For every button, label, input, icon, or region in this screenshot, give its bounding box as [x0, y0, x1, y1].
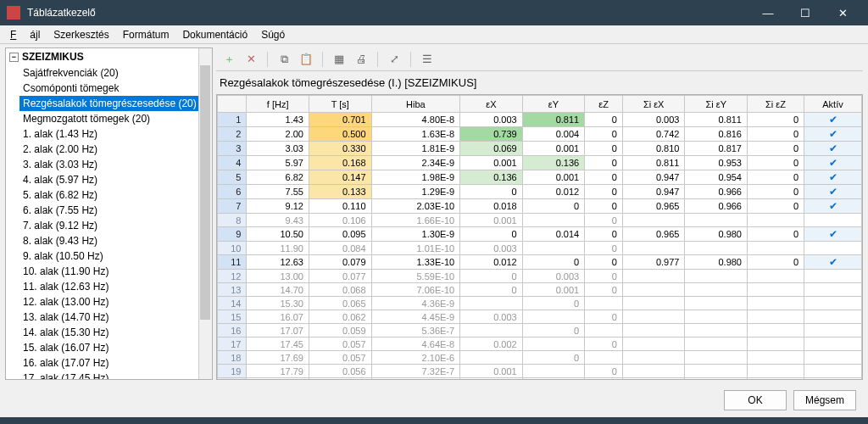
active-check[interactable]: ✔ [804, 185, 862, 199]
tree-item[interactable]: 12. alak (13.00 Hz) [19, 294, 212, 310]
tree-item[interactable]: 11. alak (12.63 Hz) [19, 279, 212, 294]
column-header[interactable]: Σi εX [622, 96, 685, 113]
menu-file[interactable]: Fájl [3, 26, 47, 43]
table-row[interactable]: 11.430.7014.80E-80.0030.81100.0030.8110✔ [218, 113, 862, 127]
scroll-thumb[interactable] [200, 65, 210, 320]
table-row[interactable]: 1314.700.0687.06E-1000.0010 [218, 283, 862, 297]
table-row[interactable]: 79.120.1102.03E-100.018000.9650.9660✔ [218, 199, 862, 214]
delete-button[interactable]: ✕ [242, 50, 260, 69]
tree-item[interactable]: Rezgésalakok tömegrészesedése (20) [19, 96, 212, 111]
active-check[interactable]: ✔ [804, 255, 862, 270]
tree-item[interactable]: 4. alak (5.97 Hz) [19, 172, 212, 187]
active-check[interactable] [804, 338, 862, 351]
table-row[interactable]: 1415.300.0654.36E-90 [218, 297, 862, 310]
active-check[interactable] [804, 270, 862, 283]
settings-button[interactable]: ☰ [418, 50, 437, 69]
columns-button[interactable]: ▦ [330, 50, 348, 69]
tree-item[interactable]: 17. alak (17.45 Hz) [19, 371, 212, 380]
table-row[interactable]: 33.030.3301.81E-90.0690.00100.8100.8170✔ [218, 142, 862, 156]
menu-bar: Fájl Szerkesztés Formátum Dokumentáció S… [0, 25, 868, 44]
column-header[interactable]: εY [522, 96, 585, 113]
table-row[interactable]: 910.500.0951.30E-900.01400.9650.9800✔ [218, 227, 862, 242]
active-check[interactable] [804, 297, 862, 310]
dialog-buttons: OK Mégsem [0, 383, 868, 417]
tree-item[interactable]: 10. alak (11.90 Hz) [19, 264, 212, 279]
fit-button[interactable]: ⤢ [385, 50, 403, 69]
menu-help[interactable]: Súgó [254, 26, 292, 43]
cancel-button[interactable]: Mégsem [793, 390, 856, 410]
active-check[interactable] [804, 283, 862, 297]
column-header[interactable] [218, 96, 247, 113]
column-header[interactable]: εX [460, 96, 523, 113]
table-row[interactable]: 22.000.5001.63E-80.7390.00400.7420.8160✔ [218, 127, 862, 142]
table-row[interactable]: 67.550.1331.29E-900.01200.9470.9660✔ [218, 185, 862, 199]
table-row[interactable]: 1112.630.0791.33E-100.012000.9770.9800✔ [218, 255, 862, 270]
menu-edit[interactable]: Szerkesztés [47, 26, 115, 43]
tree-item[interactable]: 7. alak (9.12 Hz) [19, 218, 212, 233]
column-header[interactable]: Aktív [804, 96, 862, 113]
active-check[interactable]: ✔ [804, 227, 862, 242]
tree-item[interactable]: 5. alak (6.82 Hz) [19, 187, 212, 203]
table-row[interactable]: 1011.900.0841.01E-100.0030 [218, 242, 862, 255]
active-check[interactable]: ✔ [804, 156, 862, 170]
active-check[interactable] [804, 351, 862, 365]
paste-button[interactable]: 📋 [297, 50, 315, 69]
column-header[interactable]: Hiba [371, 96, 460, 113]
ok-button[interactable]: OK [724, 390, 787, 410]
active-check[interactable]: ✔ [804, 199, 862, 214]
tree-item[interactable]: 14. alak (15.30 Hz) [19, 325, 212, 340]
table-row[interactable]: 1717.450.0574.64E-80.0020 [218, 338, 862, 351]
column-header[interactable]: Σi εZ [747, 96, 804, 113]
table-row[interactable]: 2018.210.0553.04E-60 [218, 378, 862, 381]
close-button[interactable]: ✕ [824, 0, 861, 25]
tree-root[interactable]: − SZEIZMIKUS [6, 48, 212, 65]
column-header[interactable]: εZ [585, 96, 623, 113]
minimize-button[interactable]: — [749, 0, 787, 25]
active-check[interactable] [804, 324, 862, 338]
tree-item[interactable]: 8. alak (9.43 Hz) [19, 233, 212, 248]
tree-list: Sajátfrekvenciák (20)Csomóponti tömegekR… [6, 65, 212, 380]
column-header[interactable]: f [Hz] [247, 96, 309, 113]
active-check[interactable] [804, 242, 862, 255]
tree-panel[interactable]: − SZEIZMIKUS Sajátfrekvenciák (20)Csomóp… [5, 47, 213, 380]
tree-item[interactable]: 16. alak (17.07 Hz) [19, 355, 212, 371]
tree-item[interactable]: Sajátfrekvenciák (20) [19, 65, 212, 81]
tree-item[interactable]: 3. alak (3.03 Hz) [19, 157, 212, 172]
table-row[interactable]: 45.970.1682.34E-90.0010.13600.8110.9530✔ [218, 156, 862, 170]
print-button[interactable]: 🖨 [352, 50, 370, 69]
menu-doc[interactable]: Dokumentáció [175, 26, 254, 43]
tree-item[interactable]: 6. alak (7.55 Hz) [19, 203, 212, 218]
table-row[interactable]: 1516.070.0624.45E-90.0030 [218, 310, 862, 324]
tree-item[interactable]: Csomóponti tömegek [19, 81, 212, 96]
add-button[interactable]: ＋ [220, 50, 238, 69]
active-check[interactable]: ✔ [804, 113, 862, 127]
table-row[interactable]: 1617.070.0595.36E-70 [218, 324, 862, 338]
menu-format[interactable]: Formátum [116, 26, 176, 43]
table-row[interactable]: 89.430.1061.66E-100.0010 [218, 214, 862, 227]
column-header[interactable]: Σi εY [685, 96, 748, 113]
tree-item[interactable]: 13. alak (14.70 Hz) [19, 310, 212, 325]
table-row[interactable]: 1213.000.0775.59E-1000.0030 [218, 270, 862, 283]
active-check[interactable] [804, 310, 862, 324]
active-check[interactable] [804, 214, 862, 227]
active-check[interactable]: ✔ [804, 142, 862, 156]
tree-item[interactable]: 15. alak (16.07 Hz) [19, 340, 212, 355]
active-check[interactable]: ✔ [804, 127, 862, 142]
table-row[interactable]: 1817.690.0572.10E-60 [218, 351, 862, 365]
active-check[interactable] [804, 378, 862, 381]
active-check[interactable]: ✔ [804, 170, 862, 185]
table-row[interactable]: 1917.790.0567.32E-70.0010 [218, 365, 862, 378]
tree-item[interactable]: 1. alak (1.43 Hz) [19, 126, 212, 142]
maximize-button[interactable]: ☐ [787, 0, 824, 25]
table-row[interactable]: 56.820.1471.98E-90.1360.00100.9470.9540✔ [218, 170, 862, 185]
tree-scrollbar[interactable] [198, 48, 212, 379]
tree-item[interactable]: 2. alak (2.00 Hz) [19, 142, 212, 157]
tree-item[interactable]: 9. alak (10.50 Hz) [19, 248, 212, 264]
collapse-icon[interactable]: − [9, 53, 19, 62]
active-check[interactable] [804, 365, 862, 378]
tree-item[interactable]: Megmozgatott tömegek (20) [19, 111, 212, 126]
column-header[interactable]: T [s] [309, 96, 371, 113]
copy-button[interactable]: ⧉ [275, 50, 293, 69]
data-grid[interactable]: f [Hz]T [s]HibaεXεYεZΣi εXΣi εYΣi εZAktí… [216, 94, 863, 380]
toolbar: ＋ ✕ ⧉ 📋 ▦ 🖨 ⤢ ☰ [216, 47, 863, 71]
